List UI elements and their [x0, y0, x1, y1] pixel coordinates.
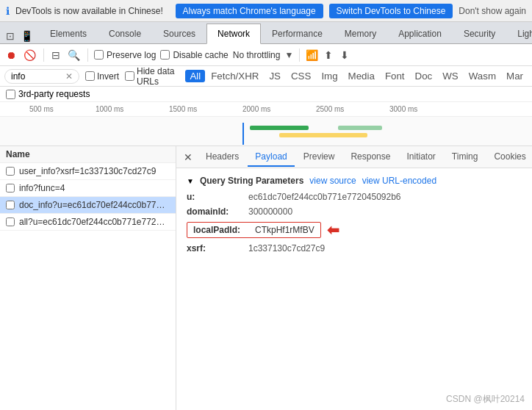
request-item-doc-info[interactable]: doc_info?u=ec61dc70ef244cc0b771e... ➜	[0, 197, 176, 214]
filter-type-css[interactable]: CSS	[287, 70, 315, 82]
filter-type-media[interactable]: Media	[344, 70, 379, 82]
timeline-bar-green	[250, 126, 309, 130]
export-button[interactable]: ⬇	[339, 48, 351, 62]
divider-3	[299, 48, 300, 62]
param-row-u: u: ec61dc70ef244cc0b771e772045092b6	[187, 192, 522, 202]
request-checkbox-doc-info[interactable]	[6, 201, 15, 209]
search-icon[interactable]: 🔍	[66, 48, 82, 62]
filter-type-manifest[interactable]: Mar	[502, 70, 528, 82]
filter-type-wasm[interactable]: Wasm	[464, 70, 500, 82]
request-item-all[interactable]: all?u=ec61dc70ef244cc0b771e77204...	[0, 214, 176, 231]
filter-type-buttons: All Fetch/XHR JS CSS Img Media Font Doc …	[185, 70, 528, 82]
clear-search-button[interactable]: ✕	[65, 71, 73, 82]
param-row-domain-id: domainId: 300000000	[187, 206, 522, 217]
detail-tab-cookies[interactable]: Cookies	[486, 148, 532, 167]
invert-checkbox[interactable]	[85, 71, 95, 81]
view-source-link[interactable]: view source	[309, 176, 356, 186]
clear-button[interactable]: 🚫	[22, 48, 37, 62]
dont-show-again-button[interactable]: Don't show again	[459, 6, 526, 16]
arrow-left-icon: ⬅	[327, 221, 339, 239]
detail-tab-headers[interactable]: Headers	[198, 148, 246, 167]
banner-text: DevTools is now available in Chinese!	[15, 6, 170, 16]
match-language-button[interactable]: Always match Chrome's language	[176, 4, 323, 18]
section-title: Query String Parameters	[200, 176, 303, 186]
request-item-info-func[interactable]: info?func=4	[0, 180, 176, 197]
inspect-icon[interactable]: ⊡	[4, 29, 16, 43]
preserve-log-checkbox[interactable]	[94, 50, 104, 60]
hide-data-urls-checkbox[interactable]	[125, 71, 134, 81]
param-row-local-pad: localPadId: CTkpHf1rMfBV ⬅	[187, 221, 522, 239]
detail-panel: ✕ Headers Payload Preview Response Initi…	[176, 146, 532, 410]
disable-cache-label[interactable]: Disable cache	[160, 50, 228, 60]
request-checkbox-all[interactable]	[6, 217, 15, 226]
divider-2	[87, 48, 88, 62]
filter-type-all[interactable]: All	[185, 70, 205, 82]
view-url-encoded-link[interactable]: view URL-encoded	[362, 176, 436, 186]
main-content: Name user_info?xsrf=1c337130c7cd27c9 inf…	[0, 146, 532, 410]
timeline-mark-3000: 3000 ms	[389, 105, 417, 113]
tab-sources[interactable]: Sources	[152, 23, 206, 43]
detail-tabs: ✕ Headers Payload Preview Response Initi…	[176, 146, 532, 168]
third-party-checkbox[interactable]	[6, 90, 15, 99]
tab-console[interactable]: Console	[98, 23, 152, 43]
tab-security[interactable]: Security	[453, 23, 506, 43]
info-icon: ℹ	[6, 5, 10, 17]
tab-memory[interactable]: Memory	[334, 23, 387, 43]
record-button[interactable]: ⏺	[4, 48, 18, 62]
tab-application[interactable]: Application	[387, 23, 453, 43]
timeline-ruler: 500 ms 1000 ms 1500 ms 2000 ms 2500 ms 3…	[0, 102, 532, 117]
throttling-chevron-icon: ▼	[284, 50, 293, 60]
request-checkbox-info-func[interactable]	[6, 184, 15, 193]
invert-option[interactable]: Invert	[85, 71, 119, 82]
filter-type-doc[interactable]: Doc	[411, 70, 437, 82]
timeline-bar-green2	[338, 126, 382, 130]
tab-lighthouse[interactable]: Lighthouse	[506, 23, 532, 43]
main-tab-bar: ⊡ 📱 Elements Console Sources Network Per…	[0, 22, 532, 44]
disable-cache-checkbox[interactable]	[160, 50, 170, 60]
switch-devtools-button[interactable]: Switch DevTools to Chinese	[329, 4, 453, 18]
wifi-icon: 📶	[306, 49, 318, 61]
tab-elements[interactable]: Elements	[39, 23, 98, 43]
timeline-mark-500: 500 ms	[29, 105, 54, 113]
divider-1	[43, 48, 44, 62]
tab-network[interactable]: Network	[206, 24, 261, 44]
timeline-mark-2500: 2500 ms	[316, 105, 344, 113]
search-box: ✕	[4, 69, 79, 84]
device-icon[interactable]: 📱	[19, 29, 35, 43]
param-row-xsrf: xsrf: 1c337130c7cd27c9	[187, 243, 522, 253]
devtools-banner: ℹ DevTools is now available in Chinese! …	[0, 0, 532, 22]
filter-bar: ✕ Invert Hide data URLs All Fetch/XHR JS…	[0, 66, 532, 87]
preserve-log-label[interactable]: Preserve log	[94, 50, 156, 60]
request-checkbox-user-info[interactable]	[6, 167, 15, 176]
timeline-mark-1000: 1000 ms	[96, 105, 123, 113]
section-header: ▼ Query String Parameters view source vi…	[187, 176, 522, 186]
import-button[interactable]: ⬆	[323, 48, 334, 62]
hide-data-urls-option[interactable]: Hide data URLs	[125, 66, 179, 87]
filter-type-ws[interactable]: WS	[438, 70, 462, 82]
detail-tab-response[interactable]: Response	[343, 148, 398, 167]
tab-icons-group: ⊡ 📱	[0, 29, 39, 43]
tab-performance[interactable]: Performance	[261, 23, 334, 43]
detail-tab-payload[interactable]: Payload	[248, 148, 294, 167]
timeline-mark-1500: 1500 ms	[169, 105, 197, 113]
requests-header: Name	[0, 146, 176, 163]
filter-type-img[interactable]: Img	[317, 70, 342, 82]
payload-content: ▼ Query String Parameters view source vi…	[176, 168, 532, 410]
filter-type-js[interactable]: JS	[265, 70, 285, 82]
timeline-chart	[0, 117, 532, 145]
filter-type-font[interactable]: Font	[381, 70, 409, 82]
detail-tab-timing[interactable]: Timing	[445, 148, 486, 167]
timeline-container: 500 ms 1000 ms 1500 ms 2000 ms 2500 ms 3…	[0, 102, 532, 146]
detail-close-button[interactable]: ✕	[179, 150, 197, 165]
requests-panel: Name user_info?xsrf=1c337130c7cd27c9 inf…	[0, 146, 176, 410]
request-item-user-info[interactable]: user_info?xsrf=1c337130c7cd27c9	[0, 163, 176, 180]
watermark: CSDN @枫叶20214	[446, 393, 525, 406]
search-input[interactable]	[11, 71, 62, 82]
third-party-row: 3rd-party requests	[0, 87, 532, 102]
timeline-bar-yellow	[279, 133, 367, 137]
triangle-icon: ▼	[187, 177, 194, 185]
detail-tab-preview[interactable]: Preview	[296, 148, 342, 167]
detail-tab-initiator[interactable]: Initiator	[399, 148, 442, 167]
filter-type-fetch-xhr[interactable]: Fetch/XHR	[206, 70, 263, 82]
filter-icon[interactable]: ⊟	[50, 48, 62, 62]
